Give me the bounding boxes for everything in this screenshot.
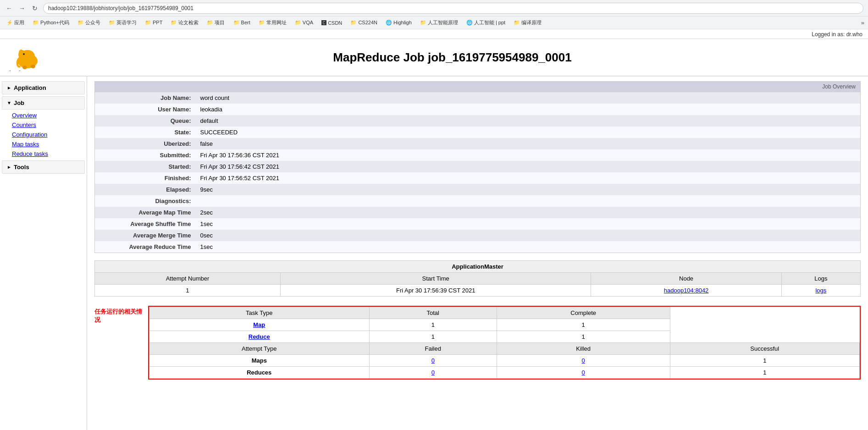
sidebar-application-section: ► Application <box>0 81 87 94</box>
overview-value-11: 1sec <box>196 218 861 230</box>
sidebar-link-map-tasks[interactable]: Map tasks <box>9 139 87 149</box>
attempt-killed-1[interactable]: 0 <box>497 367 670 379</box>
overview-value-4: false <box>196 138 861 149</box>
am-logs-0[interactable]: logs <box>781 285 860 297</box>
sidebar-job-header[interactable]: ▼ Job <box>2 96 85 110</box>
hadoop-logo: hadoop <box>9 44 46 71</box>
overview-value-10: 2sec <box>196 207 861 218</box>
bm-gongzhonghao[interactable]: 📁 公众号 <box>75 18 103 27</box>
overview-label-1: User Name: <box>95 104 196 115</box>
more-bookmarks[interactable]: » <box>861 19 864 26</box>
sidebar-application-label: Application <box>14 84 46 91</box>
sidebar-tools-label: Tools <box>14 164 29 171</box>
sidebar-tools-header[interactable]: ► Tools <box>2 160 85 174</box>
bm-python[interactable]: 📁 Python+代码 <box>30 18 72 27</box>
bm-project[interactable]: 📁 项目 <box>204 18 227 27</box>
page-header: hadoop MapReduce Job job_1619775954989_0… <box>0 39 868 77</box>
task-complete-1: 1 <box>497 331 670 343</box>
address-bar[interactable] <box>43 3 863 14</box>
sidebar-link-counters[interactable]: Counters <box>9 120 87 130</box>
sidebar-application-header[interactable]: ► Application <box>2 81 85 94</box>
overview-value-7: Fri Apr 30 17:56:52 CST 2021 <box>196 172 861 184</box>
overview-value-2: default <box>196 115 861 127</box>
application-arrow-icon: ► <box>7 85 11 90</box>
bm-csdn[interactable]: 🅲 CSDN <box>319 19 345 27</box>
attempt-type-1: Reduces <box>149 367 369 379</box>
overview-label-0: Job Name: <box>95 92 196 104</box>
ts-col-complete: Complete <box>497 307 670 319</box>
overview-value-3: SUCCEEDED <box>196 127 861 138</box>
bm-aippt[interactable]: 🌐 人工智能 | ppt <box>464 18 508 27</box>
task-summary-table: Task Type Total Complete Map11Reduce11 A… <box>149 307 860 379</box>
overview-value-1: leokadia <box>196 104 861 115</box>
bm-apps[interactable]: ⚡ 应用 <box>4 18 27 27</box>
browser-bar: ← → ↻ <box>0 0 868 17</box>
attempt-failed-0[interactable]: 0 <box>369 355 497 367</box>
attempt-killed-0[interactable]: 0 <box>497 355 670 367</box>
page-title: MapReduce Job job_1619775954989_0001 <box>46 50 859 65</box>
overview-label-2: Queue: <box>95 115 196 127</box>
tools-arrow-icon: ► <box>7 165 11 170</box>
sidebar-job-links: Overview Counters Configuration Map task… <box>0 110 87 159</box>
bm-changyong[interactable]: 📁 常用网址 <box>256 18 289 27</box>
bm-lunwen[interactable]: 📁 论文检索 <box>168 18 201 27</box>
forward-button[interactable]: → <box>17 4 27 13</box>
at-col-type: Attempt Type <box>149 343 369 355</box>
bm-compile[interactable]: 📁 编译原理 <box>511 18 544 27</box>
overview-value-13: 1sec <box>196 241 861 253</box>
main-layout: ► Application ▼ Job Overview Counters Co… <box>0 77 868 430</box>
bm-vqa[interactable]: 📁 VQA <box>292 19 316 27</box>
am-col-logs: Logs <box>781 273 860 285</box>
task-type-0[interactable]: Map <box>149 319 369 331</box>
overview-label-8: Elapsed: <box>95 184 196 195</box>
overview-label-10: Average Map Time <box>95 207 196 218</box>
at-col-killed: Killed <box>497 343 670 355</box>
task-section: 任务运行的相关情况 Task Type Total Complete Map11… <box>94 304 861 380</box>
annotation-label: 任务运行的相关情况 <box>94 308 144 324</box>
am-title: ApplicationMaster <box>95 261 861 273</box>
at-col-successful: Successful <box>670 343 859 355</box>
overview-value-5: Fri Apr 30 17:56:36 CST 2021 <box>196 149 861 161</box>
bm-ppt[interactable]: 📁 PPT <box>142 19 165 27</box>
bm-english[interactable]: 📁 英语学习 <box>106 18 139 27</box>
bm-bert[interactable]: 📁 Bert <box>231 19 253 27</box>
am-node-0[interactable]: hadoop104:8042 <box>591 285 781 297</box>
attempt-failed-1[interactable]: 0 <box>369 367 497 379</box>
am-attempt-0: 1 <box>95 285 281 297</box>
overview-label-12: Average Merge Time <box>95 230 196 241</box>
overview-label-4: Uberized: <box>95 138 196 149</box>
job-overview-header: Job Overview <box>94 81 861 92</box>
bm-highligh[interactable]: 🌐 Highligh <box>383 19 415 27</box>
back-button[interactable]: ← <box>5 4 14 13</box>
overview-label-13: Average Reduce Time <box>95 241 196 253</box>
login-info: Logged in as: dr.who <box>0 29 868 39</box>
bm-ai[interactable]: 📁 人工智能原理 <box>417 18 461 27</box>
sidebar-link-reduce-tasks[interactable]: Reduce tasks <box>9 149 87 159</box>
sidebar-link-configuration[interactable]: Configuration <box>9 130 87 139</box>
overview-value-12: 0sec <box>196 230 861 241</box>
overview-value-0: word count <box>196 92 861 104</box>
bm-cs224n[interactable]: 📁 CS224N <box>348 19 380 27</box>
overview-label-11: Average Shuffle Time <box>95 218 196 230</box>
task-total-0: 1 <box>369 319 497 331</box>
at-col-failed: Failed <box>369 343 497 355</box>
attempt-successful-1: 1 <box>670 367 859 379</box>
overview-label-3: State: <box>95 127 196 138</box>
overview-label-9: Diagnostics: <box>95 195 196 207</box>
sidebar-tools-section: ► Tools <box>0 160 87 174</box>
content-area: Job Overview Job Name:word countUser Nam… <box>87 77 868 430</box>
task-complete-0: 1 <box>497 319 670 331</box>
sidebar-job-label: Job <box>14 99 24 106</box>
application-master-table: ApplicationMaster Attempt Number Start T… <box>94 260 861 297</box>
bookmarks-bar: ⚡ 应用 📁 Python+代码 📁 公众号 📁 英语学习 📁 PPT 📁 论文… <box>0 17 868 29</box>
svg-point-6 <box>22 66 27 69</box>
am-col-attempt: Attempt Number <box>95 273 281 285</box>
job-arrow-icon: ▼ <box>7 100 11 105</box>
overview-label-6: Started: <box>95 161 196 172</box>
overview-label-5: Submitted: <box>95 149 196 161</box>
ts-col-type: Task Type <box>149 307 369 319</box>
task-type-1[interactable]: Reduce <box>149 331 369 343</box>
sidebar-link-overview[interactable]: Overview <box>9 110 87 120</box>
ts-col-total: Total <box>369 307 497 319</box>
reload-button[interactable]: ↻ <box>30 4 39 13</box>
